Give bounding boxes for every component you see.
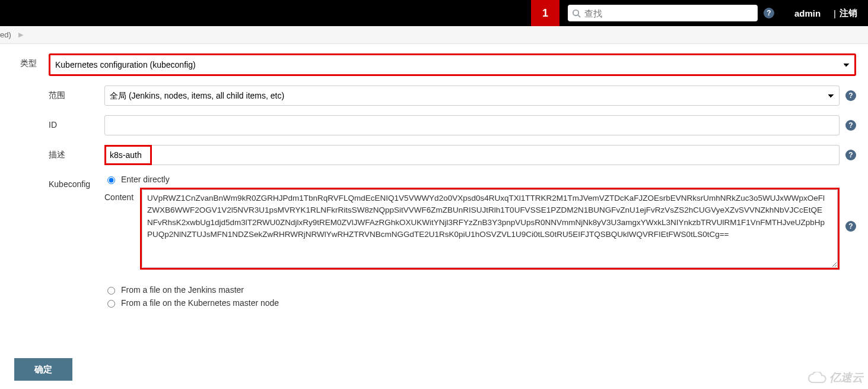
watermark-text: 亿速云	[829, 370, 863, 385]
row-type: 类型 Kubernetes configuration (kubeconfig)	[20, 53, 856, 76]
search-input[interactable]	[583, 8, 758, 19]
row-id: ID ?	[49, 115, 856, 135]
submit-button[interactable]: 确定	[14, 358, 72, 381]
help-icon[interactable]: ?	[764, 8, 774, 18]
type-details: 范围 全局 (Jenkins, nodes, items, all child …	[49, 86, 856, 311]
id-input[interactable]	[104, 115, 840, 135]
breadcrumb-separator-icon: ▶	[18, 31, 23, 39]
content-help-icon[interactable]: ?	[845, 221, 856, 232]
description-input-rest[interactable]	[152, 145, 840, 165]
radio-file-jenkins-input[interactable]	[107, 287, 115, 295]
radio-enter-directly[interactable]: Enter directly	[104, 175, 856, 184]
user-link[interactable]: admin	[794, 8, 821, 18]
content-label: Content	[104, 188, 140, 202]
description-input[interactable]	[106, 147, 150, 163]
credentials-form: 类型 Kubernetes configuration (kubeconfig)…	[20, 53, 856, 321]
logout-link[interactable]: 注销	[840, 8, 857, 19]
breadcrumb-item[interactable]: ed)	[0, 30, 11, 39]
description-help-icon[interactable]: ?	[845, 150, 856, 160]
scope-help-icon[interactable]: ?	[845, 90, 856, 101]
id-help-icon[interactable]: ?	[845, 120, 856, 131]
top-bar-right: 1 ? admin | 注销	[531, 0, 868, 26]
radio-file-jenkins[interactable]: From a file on the Jenkins master	[104, 285, 856, 295]
radio-file-jenkins-label: From a file on the Jenkins master	[121, 285, 244, 295]
type-select[interactable]: Kubernetes configuration (kubeconfig)	[49, 53, 856, 76]
top-bar: 1 ? admin | 注销	[0, 0, 868, 26]
search-box[interactable]	[568, 5, 758, 21]
radio-enter-directly-input[interactable]	[107, 176, 115, 184]
cloud-icon	[808, 372, 827, 384]
content-textarea[interactable]: UVpRWZ1CnZvanBnWm9kR0ZGRHJPdm1TbnRqRVFLQ…	[142, 189, 838, 268]
kubeconfig-label: Kubeconfig	[49, 175, 104, 189]
description-label: 描述	[49, 145, 104, 160]
radio-file-k8s[interactable]: From a file on the Kubernetes master nod…	[104, 298, 856, 308]
content-highlight: UVpRWZ1CnZvanBnWm9kR0ZGRHJPdm1TbnRqRVFLQ…	[140, 188, 840, 270]
notification-badge[interactable]: 1	[531, 0, 559, 26]
svg-point-0	[573, 10, 578, 15]
search-icon	[570, 7, 583, 20]
row-description: 描述 ?	[49, 145, 856, 165]
svg-line-1	[578, 15, 581, 17]
radio-enter-directly-label: Enter directly	[121, 175, 170, 184]
row-kubeconfig: Kubeconfig Enter directly Content UVpRWZ…	[49, 175, 856, 311]
row-scope: 范围 全局 (Jenkins, nodes, items, all child …	[49, 86, 856, 106]
id-label: ID	[49, 115, 104, 129]
content-block: Content UVpRWZ1CnZvanBnWm9kR0ZGRHJPdm1Tb…	[104, 188, 856, 270]
type-label: 类型	[20, 53, 49, 69]
radio-file-k8s-label: From a file on the Kubernetes master nod…	[121, 298, 279, 308]
top-divider: |	[834, 8, 836, 18]
scope-label: 范围	[49, 86, 104, 101]
watermark: 亿速云	[808, 370, 863, 385]
radio-file-k8s-input[interactable]	[107, 300, 115, 308]
scope-select[interactable]: 全局 (Jenkins, nodes, items, all child ite…	[104, 86, 840, 106]
description-highlight	[104, 145, 152, 165]
breadcrumb: ed) ▶	[0, 26, 868, 44]
